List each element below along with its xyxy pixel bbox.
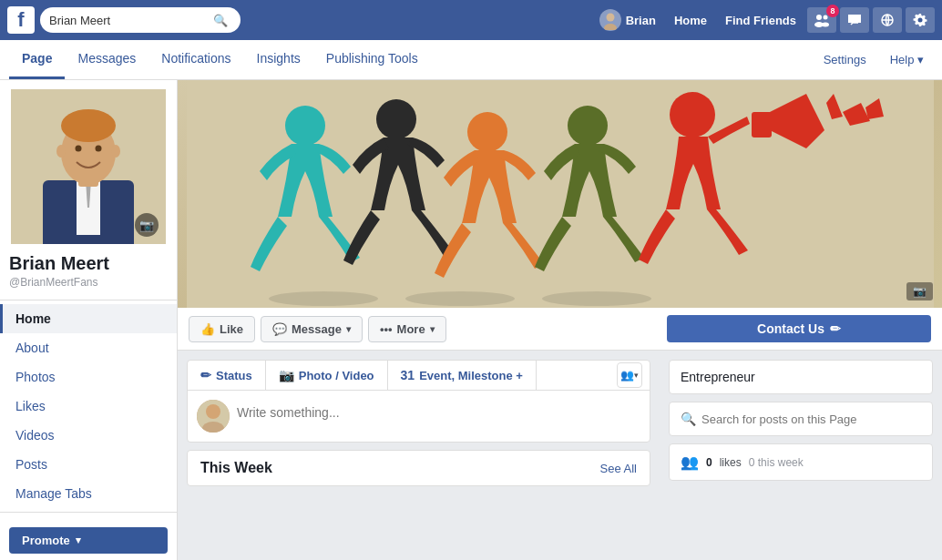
camera-icon: 📷	[913, 285, 927, 298]
friends-icon-btn[interactable]: 8	[807, 7, 836, 33]
likes-week: 0 this week	[749, 456, 804, 469]
post-type-tabs: ✏ Status 📷 Photo / Video 31 Event, Miles…	[188, 361, 650, 391]
svg-point-17	[56, 145, 66, 158]
like-label: Like	[220, 322, 243, 336]
cover-photo-svg	[187, 80, 934, 308]
svg-point-27	[405, 291, 515, 306]
sidebar-divider	[0, 300, 177, 300]
message-dropdown-icon: ▾	[346, 324, 351, 334]
svg-point-0	[606, 14, 614, 22]
tab-messages[interactable]: Messages	[65, 40, 148, 79]
search-posts-card: 🔍	[669, 402, 933, 436]
search-icon: 🔍	[213, 14, 228, 27]
more-dots-icon: •••	[380, 322, 393, 336]
svg-point-16	[96, 146, 102, 152]
see-all-link[interactable]: See All	[600, 462, 637, 475]
home-nav-btn[interactable]: Home	[667, 10, 714, 31]
photo-video-tab[interactable]: 📷 Photo / Video	[266, 361, 388, 390]
cover-photo[interactable]: 📷	[178, 80, 942, 308]
dropdown-arrow-icon: ▾	[634, 371, 639, 380]
profile-pic-area[interactable]: 📷	[11, 89, 166, 244]
sidebar-item-about[interactable]: About	[0, 333, 177, 362]
profile-picture: 📷	[11, 89, 166, 244]
thumbs-up-icon: 👍	[200, 322, 215, 336]
contact-us-label: Contact Us	[757, 321, 824, 336]
likes-count: 0	[706, 456, 712, 469]
tab-notifications[interactable]: Notifications	[148, 40, 243, 79]
svg-point-28	[542, 291, 651, 306]
promote-label: Promote	[22, 534, 70, 547]
more-dropdown-icon: ▾	[430, 324, 435, 334]
likes-label: likes	[720, 456, 742, 469]
tab-insights[interactable]: Insights	[244, 40, 313, 79]
search-posts-bar[interactable]: 🔍	[681, 412, 921, 426]
globe-icon-btn[interactable]	[873, 7, 902, 33]
profile-handle: @BrianMeertFans	[0, 276, 177, 296]
search-bar[interactable]: 🔍	[40, 7, 241, 33]
sidebar-item-manage-tabs[interactable]: Manage Tabs	[0, 479, 177, 508]
status-tab[interactable]: ✏ Status	[188, 361, 266, 390]
this-week-bar: This Week See All	[187, 450, 650, 486]
entrepreneur-card: Entrepreneur	[669, 360, 933, 394]
help-tab-btn[interactable]: Help ▾	[881, 47, 933, 72]
likes-card: 👥 0 likes 0 this week	[669, 443, 933, 481]
cover-photo-camera[interactable]: 📷	[906, 282, 933, 300]
avatar	[599, 9, 621, 31]
top-nav: f 🔍 Brian Home Find Friends 8	[0, 0, 942, 40]
more-button[interactable]: ••• More ▾	[368, 316, 446, 342]
user-name: Brian	[626, 14, 656, 27]
camera-small-icon: 📷	[279, 368, 294, 382]
settings-icon-btn[interactable]	[906, 7, 935, 33]
svg-point-1	[604, 24, 617, 30]
tab-publishing-tools[interactable]: Publishing Tools	[313, 40, 431, 79]
cover-photo-inner	[178, 80, 942, 308]
target-icon: 👥	[620, 369, 634, 382]
entrepreneur-label: Entrepreneur	[681, 370, 921, 384]
write-something-input[interactable]	[237, 400, 640, 420]
sidebar-item-posts[interactable]: Posts	[0, 450, 177, 479]
like-button[interactable]: 👍 Like	[189, 316, 255, 342]
more-label: More	[397, 322, 425, 336]
nav-right: Brian Home Find Friends 8	[592, 5, 935, 35]
find-friends-nav-btn[interactable]: Find Friends	[718, 10, 804, 31]
sidebar-item-home[interactable]: Home	[0, 304, 177, 333]
calendar-icon: 31	[401, 368, 415, 382]
svg-point-30	[206, 404, 220, 419]
search-input[interactable]	[49, 14, 213, 27]
profile-name: Brian Meert	[0, 244, 177, 276]
contact-us-button[interactable]: Contact Us ✏	[667, 315, 931, 342]
svg-point-23	[568, 106, 608, 146]
pencil-icon-small: ✏	[200, 368, 211, 382]
sidebar-item-videos[interactable]: Videos	[0, 421, 177, 450]
svg-point-24	[670, 92, 715, 137]
page-actions: 👍 Like 💬 Message ▾ ••• More ▾ Contact Us…	[178, 308, 942, 351]
post-area: ✏ Status 📷 Photo / Video 31 Event, Miles…	[178, 351, 660, 560]
likes-row: 👥 0 likes 0 this week	[681, 453, 921, 471]
svg-point-22	[467, 112, 507, 152]
svg-point-15	[76, 146, 82, 152]
post-target-dropdown[interactable]: 👥 ▾	[617, 362, 642, 388]
promote-button[interactable]: Promote ▾	[9, 527, 168, 554]
change-photo-btn[interactable]: 📷	[135, 213, 159, 237]
message-button[interactable]: 💬 Message ▾	[261, 316, 363, 342]
event-milestone-tab[interactable]: 31 Event, Milestone +	[388, 361, 537, 390]
tabs-right: Settings Help ▾	[814, 40, 933, 79]
message-label: Message	[292, 322, 342, 336]
settings-tab-btn[interactable]: Settings	[814, 47, 875, 72]
sidebar-item-likes[interactable]: Likes	[0, 392, 177, 421]
right-panel: Entrepreneur 🔍 👥 0 likes 0 this week	[660, 351, 942, 560]
content-area: 📷 👍 Like 💬 Message ▾ ••• More ▾ Contact …	[178, 80, 942, 560]
user-nav-item[interactable]: Brian	[592, 5, 663, 35]
facebook-logo[interactable]: f	[7, 6, 35, 34]
svg-point-14	[61, 109, 116, 142]
likes-people-icon: 👥	[681, 453, 699, 471]
messages-icon-btn[interactable]	[840, 7, 869, 33]
photo-video-label: Photo / Video	[299, 369, 374, 382]
tab-page[interactable]: Page	[9, 40, 65, 79]
svg-point-5	[822, 23, 829, 27]
sidebar-item-photos[interactable]: Photos	[0, 362, 177, 392]
post-mini-avatar	[197, 400, 230, 433]
status-tab-label: Status	[216, 369, 252, 382]
search-posts-input[interactable]	[701, 412, 921, 426]
post-input-row	[188, 391, 650, 442]
